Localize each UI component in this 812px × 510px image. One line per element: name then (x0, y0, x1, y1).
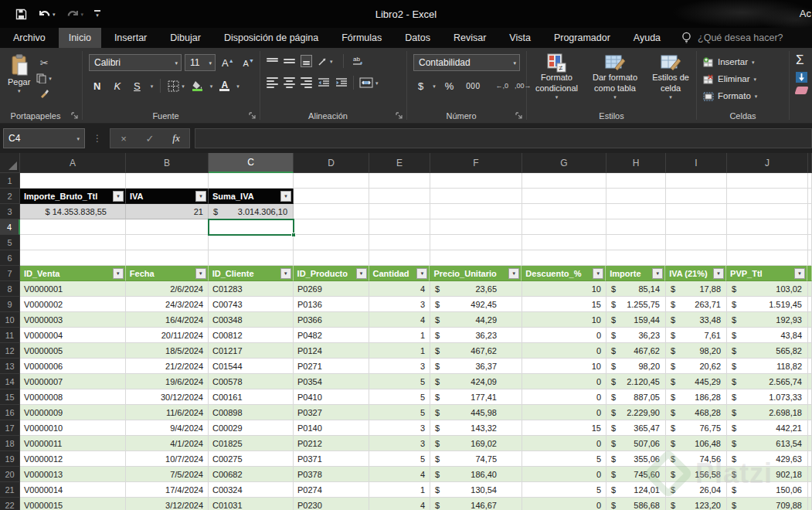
cell-H5[interactable] (606, 235, 666, 250)
cell-C1[interactable] (209, 173, 294, 189)
cell-K20[interactable] (808, 467, 812, 482)
cell-D11[interactable]: P0482 (294, 328, 369, 343)
tab-datos[interactable]: Datos (395, 28, 440, 48)
cell-I19[interactable]: $74,56 (666, 451, 727, 467)
conditional-formatting-button[interactable]: ≠ Formato condicional ▾ (532, 53, 582, 100)
cell-F6[interactable] (430, 250, 522, 266)
cell-K4[interactable] (808, 219, 812, 235)
cell-D14[interactable]: P0354 (294, 374, 369, 389)
column-header-C[interactable]: C (209, 153, 294, 173)
select-all-button[interactable] (0, 153, 20, 173)
cell-A19[interactable]: V0000012 (20, 451, 126, 467)
cell-J22[interactable]: $709,88 (727, 498, 808, 510)
underline-button[interactable]: S (131, 80, 144, 92)
row-header-21[interactable]: 21 (0, 482, 20, 498)
cell-C15[interactable]: C00161 (209, 389, 294, 405)
cell-F13[interactable]: $36,37 (430, 359, 522, 374)
fill-color-icon[interactable] (192, 81, 203, 91)
cell-F1[interactable] (430, 173, 522, 189)
row-header-22[interactable]: 22 (0, 498, 20, 510)
cell-B7[interactable]: Fecha▼ (126, 266, 209, 281)
cell-A13[interactable]: V0000006 (20, 359, 126, 374)
cell-K1[interactable] (808, 173, 812, 189)
cell-A14[interactable]: V0000007 (20, 374, 126, 389)
undo-button[interactable]: ▾ (38, 8, 56, 19)
tab-revisar[interactable]: Revisar (443, 28, 496, 48)
font-color-icon[interactable]: A (219, 80, 229, 91)
cell-H14[interactable]: $2.120,45 (606, 374, 666, 389)
align-left-icon[interactable] (267, 77, 278, 88)
cell-B12[interactable]: 18/5/2024 (126, 343, 209, 359)
cell-H20[interactable]: $745,60 (606, 467, 666, 482)
cell-D10[interactable]: P0366 (294, 312, 369, 328)
cell-G16[interactable]: 0 (522, 405, 606, 420)
cell-D3[interactable] (294, 204, 369, 219)
cell-B9[interactable]: 24/3/2024 (126, 297, 209, 312)
cell-B10[interactable]: 16/4/2024 (126, 312, 209, 328)
cell-C8[interactable]: C01283 (209, 281, 294, 297)
cell-J13[interactable]: $118,82 (727, 359, 808, 374)
undo-dropdown-icon[interactable]: ▾ (53, 12, 56, 17)
cell-H6[interactable] (606, 250, 666, 266)
name-box-dropdown-icon[interactable]: ▾ (76, 136, 80, 141)
filter-button[interactable]: ▼ (113, 268, 124, 279)
signin-label-cut[interactable]: Ac (800, 8, 811, 19)
cell-J15[interactable]: $1.073,33 (727, 389, 808, 405)
cell-E9[interactable]: 3 (369, 297, 430, 312)
percent-format-icon[interactable]: % (442, 80, 457, 92)
row-header-11[interactable]: 11 (0, 328, 20, 343)
cell-D2[interactable] (294, 189, 369, 204)
cut-icon[interactable]: ✂ (36, 57, 52, 69)
cell-F16[interactable]: $445,98 (430, 405, 522, 420)
cell-E12[interactable]: 1 (369, 343, 430, 359)
cell-H8[interactable]: $85,14 (606, 281, 666, 297)
cell-F19[interactable]: $74,75 (430, 451, 522, 467)
borders-icon[interactable]: ▾ (168, 80, 185, 92)
shrink-font-icon[interactable]: A▼ (240, 58, 257, 68)
cell-I20[interactable]: $156,58 (666, 467, 727, 482)
cell-I13[interactable]: $20,62 (666, 359, 727, 374)
cell-A21[interactable]: V0000014 (20, 482, 126, 498)
cell-E21[interactable]: 1 (369, 482, 430, 498)
clipboard-dialog-launcher-icon[interactable] (71, 112, 79, 120)
cell-I6[interactable] (666, 250, 727, 266)
wrap-text-icon[interactable]: ab (352, 56, 365, 67)
cell-H2[interactable] (606, 189, 666, 204)
cell-C4[interactable] (209, 219, 294, 235)
cell-H19[interactable]: $355,06 (606, 451, 666, 467)
cell-A9[interactable]: V0000002 (20, 297, 126, 312)
cell-C2[interactable]: Suma_IVA▼ (209, 189, 294, 204)
cell-A18[interactable]: V0000011 (20, 436, 126, 451)
cell-I2[interactable] (666, 189, 727, 204)
cell-C12[interactable]: C01217 (209, 343, 294, 359)
cell-A11[interactable]: V0000004 (20, 328, 126, 343)
cell-C11[interactable]: C00812 (209, 328, 294, 343)
cell-H9[interactable]: $1.255,75 (606, 297, 666, 312)
cell-J5[interactable] (727, 235, 808, 250)
cell-B8[interactable]: 2/6/2024 (126, 281, 209, 297)
filter-button[interactable]: ▼ (794, 268, 805, 279)
cell-B16[interactable]: 11/6/2024 (126, 405, 209, 420)
font-color-dropdown-icon[interactable]: ▾ (236, 83, 240, 89)
cell-J17[interactable]: $442,21 (727, 420, 808, 436)
cell-D13[interactable]: P0271 (294, 359, 369, 374)
cell-J11[interactable]: $43,84 (727, 328, 808, 343)
cell-G10[interactable]: 10 (522, 312, 606, 328)
align-middle-icon[interactable] (284, 56, 295, 66)
cell-H16[interactable]: $2.229,90 (606, 405, 666, 420)
cell-E5[interactable] (369, 235, 430, 250)
filter-button[interactable]: ▼ (195, 268, 206, 279)
cell-G22[interactable]: 0 (522, 498, 606, 510)
cell-A8[interactable]: V0000001 (20, 281, 126, 297)
cell-I18[interactable]: $106,48 (666, 436, 727, 451)
cell-G15[interactable]: 0 (522, 389, 606, 405)
paste-button[interactable]: Pegar ▾ (8, 54, 30, 98)
filter-button[interactable]: ▼ (113, 191, 124, 202)
cell-B15[interactable]: 30/12/2024 (126, 389, 209, 405)
cell-D8[interactable]: P0269 (294, 281, 369, 297)
cell-A2[interactable]: Importe_Bruto_Ttl▼ (20, 189, 126, 204)
cell-I5[interactable] (666, 235, 727, 250)
cell-G18[interactable]: 0 (522, 436, 606, 451)
cell-C6[interactable] (209, 250, 294, 266)
cell-K2[interactable] (808, 189, 812, 204)
